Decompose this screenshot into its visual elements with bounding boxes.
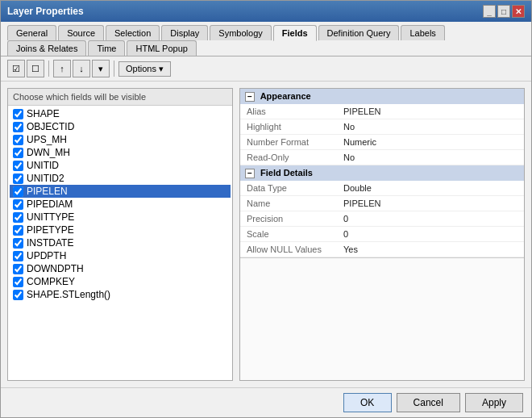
prop-data-type-value: Double xyxy=(337,181,524,196)
prop-data-type-row: Data Type Double xyxy=(240,181,524,196)
field-label-pipediam: PIPEDIAM xyxy=(27,199,73,210)
appearance-label: Appearance xyxy=(260,91,311,101)
close-button[interactable]: ✕ xyxy=(512,5,525,18)
options-label: Options xyxy=(126,64,156,73)
field-item-pipelen[interactable]: PIPELEN xyxy=(10,185,231,198)
prop-number-format-label: Number Format xyxy=(240,135,337,150)
field-details-label: Field Details xyxy=(260,168,313,178)
field-item-pipetype[interactable]: PIPETYPE xyxy=(10,224,231,236)
field-item-dwn-mh[interactable]: DWN_MH xyxy=(10,146,231,159)
tab-time[interactable]: Time xyxy=(88,40,125,56)
field-checkbox-ups-mh[interactable] xyxy=(13,135,23,145)
field-item-ups-mh[interactable]: UPS_MH xyxy=(10,133,231,146)
field-label-pipelen: PIPELEN xyxy=(27,186,68,197)
field-item-compkey[interactable]: COMPKEY xyxy=(10,275,231,288)
prop-readonly-label: Read-Only xyxy=(240,150,337,165)
field-label-shape: SHAPE xyxy=(27,108,60,119)
tab-symbology[interactable]: Symbology xyxy=(210,25,271,40)
field-label-unitid: UNITID xyxy=(27,160,59,171)
prop-allow-null-label: Allow NULL Values xyxy=(240,242,337,257)
notes-area xyxy=(240,257,524,380)
prop-name-row: Name PIPELEN xyxy=(240,196,524,211)
field-checkbox-pipetype[interactable] xyxy=(13,225,23,236)
apply-button[interactable]: Apply xyxy=(465,393,523,412)
appearance-collapse-icon[interactable]: − xyxy=(245,92,255,102)
move-dropdown-button[interactable]: ▾ xyxy=(92,60,110,77)
field-checkbox-unitid2[interactable] xyxy=(13,173,23,184)
toolbar-separator-2 xyxy=(114,61,114,77)
field-item-unittype[interactable]: UNITTYPE xyxy=(10,211,231,224)
field-label-unitid2: UNITID2 xyxy=(27,173,64,184)
prop-highlight-value: No xyxy=(337,119,524,135)
field-item-pipediam[interactable]: PIPEDIAM xyxy=(10,198,231,211)
tabs-row: General Source Selection Display Symbolo… xyxy=(1,22,531,56)
field-details-section-header: − Field Details xyxy=(240,165,524,182)
move-up-button[interactable]: ↑ xyxy=(53,60,71,77)
field-label-ups-mh: UPS_MH xyxy=(27,134,67,145)
field-checkbox-pipediam[interactable] xyxy=(13,199,23,210)
prop-alias-label: Alias xyxy=(240,104,337,119)
field-checkbox-compkey[interactable] xyxy=(13,277,23,287)
prop-number-format-row: Number Format Numeric xyxy=(240,135,524,150)
fields-list: SHAPE OBJECTID UPS_MH DWN_MH UNITID xyxy=(8,106,232,380)
fields-list-header: Choose which fields will be visible xyxy=(8,89,232,106)
prop-alias-row: Alias PIPELEN xyxy=(240,104,524,119)
field-label-shape-stlength: SHAPE.STLength() xyxy=(27,289,110,300)
clear-all-button[interactable]: ☐ xyxy=(27,60,44,77)
main-content: Choose which fields will be visible SHAP… xyxy=(1,82,531,387)
select-all-button[interactable]: ☑ xyxy=(7,60,25,77)
tab-fields[interactable]: Fields xyxy=(273,25,317,41)
tab-general[interactable]: General xyxy=(7,25,56,40)
maximize-button[interactable]: □ xyxy=(497,5,510,18)
tab-joins-relates[interactable]: Joins & Relates xyxy=(7,40,86,56)
field-details-collapse-icon[interactable]: − xyxy=(245,169,255,178)
field-checkbox-instdate[interactable] xyxy=(13,238,23,249)
properties-table: − Appearance Alias PIPELEN Highlight No … xyxy=(240,89,524,257)
field-checkbox-shape-stlength[interactable] xyxy=(13,290,23,300)
title-bar: Layer Properties _ □ ✕ xyxy=(1,1,531,22)
field-label-updpth: UPDPTH xyxy=(27,250,66,261)
prop-precision-value: 0 xyxy=(337,211,524,227)
field-checkbox-objectid[interactable] xyxy=(13,122,23,132)
prop-readonly-value: No xyxy=(337,150,524,165)
tab-labels[interactable]: Labels xyxy=(401,25,444,40)
field-item-objectid[interactable]: OBJECTID xyxy=(10,120,231,133)
field-label-compkey: COMPKEY xyxy=(27,276,75,287)
field-item-unitid2[interactable]: UNITID2 xyxy=(10,172,231,185)
field-item-shape[interactable]: SHAPE xyxy=(10,107,231,120)
field-item-shape-stlength[interactable]: SHAPE.STLength() xyxy=(10,288,231,301)
move-down-button[interactable]: ↓ xyxy=(73,60,90,77)
field-checkbox-unittype[interactable] xyxy=(13,212,23,223)
field-checkbox-downdpth[interactable] xyxy=(13,264,23,274)
field-item-updpth[interactable]: UPDPTH xyxy=(10,249,231,262)
field-checkbox-updpth[interactable] xyxy=(13,251,23,261)
options-button[interactable]: Options ▾ xyxy=(118,61,171,77)
field-item-instdate[interactable]: INSTDATE xyxy=(10,236,231,249)
minimize-button[interactable]: _ xyxy=(483,5,496,18)
prop-name-value: PIPELEN xyxy=(337,196,524,211)
prop-number-format-value: Numeric xyxy=(337,135,524,150)
tab-display[interactable]: Display xyxy=(161,25,208,40)
prop-scale-row: Scale 0 xyxy=(240,227,524,242)
tab-definition-query[interactable]: Definition Query xyxy=(318,25,400,40)
ok-button[interactable]: OK xyxy=(343,393,392,412)
field-label-unittype: UNITTYPE xyxy=(27,211,74,223)
field-checkbox-unitid[interactable] xyxy=(13,161,23,171)
appearance-section-header: − Appearance xyxy=(240,89,524,104)
field-label-objectid: OBJECTID xyxy=(27,121,74,132)
tab-html-popup[interactable]: HTML Popup xyxy=(127,40,196,56)
prop-precision-row: Precision 0 xyxy=(240,211,524,227)
field-checkbox-shape[interactable] xyxy=(13,109,23,119)
prop-allow-null-value: Yes xyxy=(337,242,524,257)
field-checkbox-pipelen[interactable] xyxy=(13,186,23,197)
field-item-downdpth[interactable]: DOWNDPTH xyxy=(10,262,231,275)
prop-data-type-label: Data Type xyxy=(240,181,337,196)
tab-source[interactable]: Source xyxy=(58,25,104,40)
prop-name-label: Name xyxy=(240,196,337,211)
field-item-unitid[interactable]: UNITID xyxy=(10,159,231,172)
cancel-button[interactable]: Cancel xyxy=(397,393,460,412)
tab-selection[interactable]: Selection xyxy=(106,25,160,40)
field-checkbox-dwn-mh[interactable] xyxy=(13,148,23,158)
title-bar-buttons: _ □ ✕ xyxy=(483,5,525,18)
prop-alias-value: PIPELEN xyxy=(337,104,524,119)
